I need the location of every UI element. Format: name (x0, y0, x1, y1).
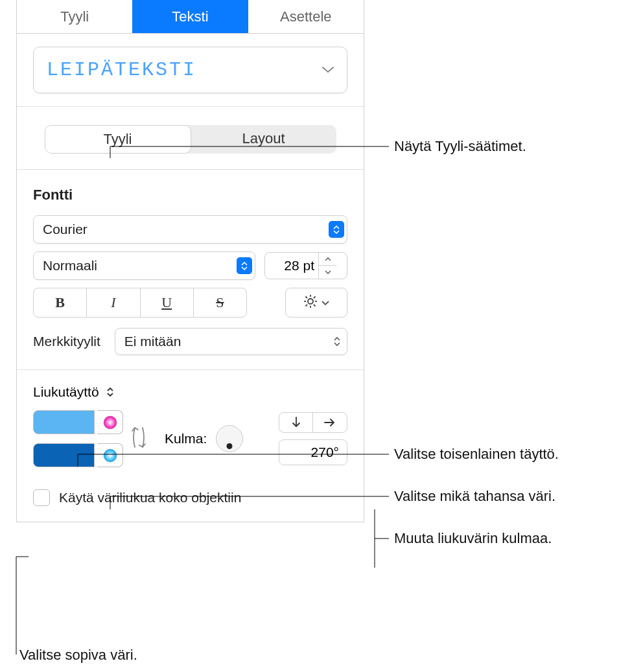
size-step-up[interactable] (319, 253, 336, 266)
angle-label: Kulma: (165, 431, 207, 446)
angle-dial[interactable] (216, 425, 243, 452)
size-step-down[interactable] (319, 266, 336, 279)
updown-arrows-icon (103, 388, 117, 397)
character-styles-label: Merkkityylit (33, 334, 100, 349)
format-panel: Tyyli Teksti Asettele LEIPÄTEKSTI Tyyli … (16, 0, 364, 522)
underline-button[interactable]: U (141, 288, 194, 317)
divider (17, 169, 364, 170)
fill-type-select[interactable]: Liukutäyttö (33, 384, 347, 400)
font-size-field[interactable] (264, 252, 347, 279)
color-wheel-icon (102, 448, 118, 463)
color-picker-2-button[interactable] (97, 443, 123, 467)
strikethrough-button[interactable]: S (194, 288, 246, 317)
gradient-color-1-swatch[interactable] (33, 410, 95, 434)
angle-down-button[interactable] (279, 413, 313, 432)
font-family-select[interactable]: Courier (33, 215, 347, 244)
apply-whole-object-checkbox[interactable] (33, 489, 50, 506)
callout-fill-type: Valitse toisenlainen täyttö. (394, 446, 559, 463)
fill-type-value: Liukutäyttö (33, 384, 99, 400)
italic-button[interactable]: I (87, 288, 140, 317)
character-style-select[interactable]: Ei mitään (115, 328, 347, 355)
character-style-value: Ei mitään (124, 334, 330, 349)
angle-direction-group (279, 412, 347, 433)
angle-dial-indicator (227, 443, 233, 449)
tab-arrange[interactable]: Asettele (248, 0, 364, 33)
callout-style-controls: Näytä Tyyli-säätimet. (394, 138, 526, 155)
top-tabs: Tyyli Teksti Asettele (17, 0, 364, 34)
angle-input[interactable] (279, 439, 347, 465)
font-section-label: Fontti (33, 187, 347, 203)
gradient-colors (33, 410, 123, 467)
updown-arrows-icon (237, 257, 252, 274)
paragraph-style-picker[interactable]: LEIPÄTEKSTI (33, 47, 347, 93)
svg-line-6 (314, 305, 316, 307)
paragraph-style-name: LEIPÄTEKSTI (47, 59, 322, 81)
svg-point-0 (308, 299, 313, 304)
callout-any-color: Valitse mikä tahansa väri. (394, 488, 555, 505)
angle-right-button[interactable] (313, 413, 347, 432)
apply-whole-object-label: Käytä väriliukua koko objektiin (59, 490, 241, 505)
gear-icon (303, 294, 318, 311)
text-format-group: B I U S (33, 288, 247, 318)
svg-line-7 (306, 305, 308, 307)
updown-arrows-icon (330, 337, 344, 346)
font-weight-value: Normaali (43, 258, 237, 273)
subtab-layout[interactable]: Layout (191, 125, 336, 154)
color-picker-1-button[interactable] (97, 410, 123, 434)
tab-style[interactable]: Tyyli (17, 0, 132, 33)
style-layout-segment: Tyyli Layout (45, 125, 336, 154)
updown-arrows-icon (329, 221, 344, 238)
advanced-options-button[interactable] (285, 288, 347, 318)
chevron-down-icon (322, 67, 334, 73)
bold-button[interactable]: B (34, 288, 87, 317)
color-wheel-icon (102, 415, 118, 430)
font-size-stepper (318, 253, 336, 279)
font-weight-select[interactable]: Normaali (33, 251, 255, 280)
svg-line-8 (314, 297, 316, 299)
gradient-color-2-swatch[interactable] (33, 443, 95, 467)
subtab-style[interactable]: Tyyli (45, 125, 191, 154)
callout-matching-color: Valitse sopiva väri. (19, 647, 137, 664)
tab-text[interactable]: Teksti (132, 0, 248, 33)
font-family-value: Courier (43, 222, 329, 237)
font-size-input[interactable] (265, 253, 318, 279)
svg-line-5 (306, 297, 308, 299)
chevron-down-icon (321, 297, 329, 308)
swap-colors-icon[interactable] (131, 421, 146, 456)
callout-angle: Muuta liukuvärin kulmaa. (394, 530, 552, 547)
